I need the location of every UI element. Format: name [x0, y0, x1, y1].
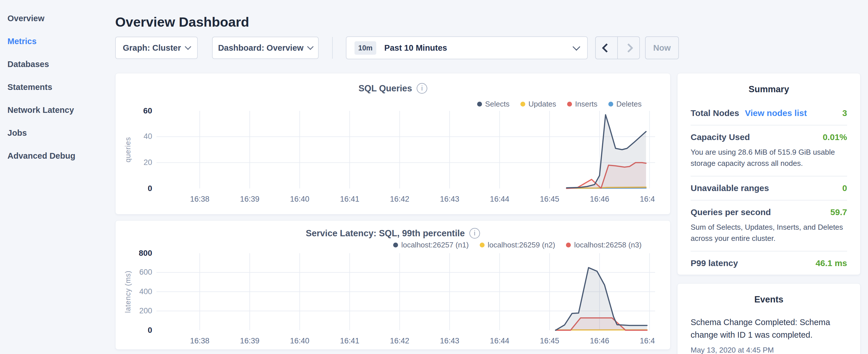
dashboard-dropdown[interactable]: Dashboard: Overview: [212, 37, 319, 59]
summary-value: 0: [842, 183, 847, 193]
chevron-down-icon: [185, 43, 191, 50]
chart-header: SQL Queries: [116, 83, 670, 94]
svg-text:16:45: 16:45: [540, 195, 559, 203]
svg-text:16:42: 16:42: [390, 336, 409, 345]
summary-row: Queries per second59.7Sum of Selects, Up…: [691, 200, 847, 252]
summary-title: Summary: [677, 84, 860, 95]
legend-dot: [608, 102, 613, 106]
svg-text:16:41: 16:41: [340, 195, 359, 203]
svg-text:16:39: 16:39: [240, 195, 260, 203]
summary-rows: Total NodesView nodes list3Capacity Used…: [677, 101, 860, 275]
legend-item: localhost:26257 (n1): [393, 240, 469, 250]
y-axis-tick: 0: [131, 184, 152, 193]
chevron-right-icon: [624, 43, 633, 53]
time-step-forward-button: [617, 37, 639, 59]
event-timestamp: May 13, 2020 at 4:45 PM: [691, 346, 847, 354]
svg-text:16:43: 16:43: [440, 336, 459, 345]
legend-label: localhost:26257 (n1): [401, 240, 469, 250]
info-icon[interactable]: [469, 228, 480, 238]
chart-plot-area[interactable]: 16:3816:3916:4016:4116:4216:4316:4416:45…: [156, 111, 655, 206]
events-panel: Events Schema Change Completed: Schema c…: [677, 283, 861, 354]
svg-text:16:47: 16:47: [640, 195, 655, 203]
legend-dot: [520, 102, 525, 106]
svg-text:16:43: 16:43: [440, 195, 459, 203]
y-axis-tick: 0: [131, 326, 152, 335]
svg-text:16:46: 16:46: [590, 195, 609, 203]
chart-legend: SelectsUpdatesInsertsDeletes: [477, 100, 642, 108]
sidebar-item-advanced-debug[interactable]: Advanced Debug: [0, 144, 115, 167]
y-axis-tick: 200: [131, 307, 152, 315]
y-axis-tick: 800: [131, 249, 152, 258]
legend-dot: [567, 102, 572, 106]
now-button: Now: [645, 36, 679, 59]
sidebar-item-databases[interactable]: Databases: [0, 53, 115, 75]
svg-text:16:44: 16:44: [490, 336, 509, 345]
sidebar-item-statements[interactable]: Statements: [0, 75, 115, 99]
chevron-down-icon: [307, 43, 314, 50]
sidebar-item-metrics[interactable]: Metrics: [0, 30, 115, 53]
time-range-badge: 10m: [354, 41, 376, 55]
summary-row: Unavailable ranges0: [691, 176, 847, 200]
summary-label: Total Nodes: [691, 108, 739, 118]
controls-divider: [332, 37, 333, 59]
y-axis-tick: 40: [131, 132, 152, 141]
chevron-down-icon: [572, 43, 580, 51]
sidebar-item-overview[interactable]: Overview: [0, 7, 115, 30]
summary-label: P99 latency: [691, 258, 738, 268]
page-title: Overview Dashboard: [115, 14, 249, 30]
summary-row: Total NodesView nodes list3: [691, 101, 847, 125]
summary-value: 3: [842, 108, 847, 118]
svg-text:16:41: 16:41: [340, 336, 359, 345]
sidebar-item-network-latency[interactable]: Network Latency: [0, 99, 115, 122]
svg-text:16:38: 16:38: [190, 336, 210, 345]
service-latency-chart-panel: Service Latency: SQL, 99th percentile lo…: [115, 220, 671, 350]
sql-queries-chart-panel: SQL Queries SelectsUpdatesInsertsDeletes…: [115, 73, 671, 215]
event-text: Schema Change Completed: Schema change w…: [691, 316, 847, 341]
sidebar-item-jobs[interactable]: Jobs: [0, 122, 115, 144]
y-axis-tick: 60: [131, 106, 152, 116]
legend-dot: [480, 243, 485, 248]
summary-label: Unavailable ranges: [691, 183, 769, 193]
chart-header: Service Latency: SQL, 99th percentile: [116, 228, 670, 238]
svg-text:16:46: 16:46: [590, 336, 609, 345]
svg-text:16:47: 16:47: [640, 336, 655, 345]
time-step-back-button[interactable]: [596, 37, 617, 59]
chart-legend: localhost:26257 (n1)localhost:26259 (n2)…: [393, 240, 642, 250]
legend-item: localhost:26259 (n2): [480, 240, 555, 250]
y-axis-tick: 400: [131, 287, 152, 296]
summary-value: 59.7: [831, 207, 847, 217]
chart-plot-area[interactable]: 16:3816:3916:4016:4116:4216:4316:4416:45…: [156, 253, 655, 348]
svg-text:16:38: 16:38: [190, 195, 210, 203]
legend-item: Updates: [520, 100, 556, 108]
svg-text:16:45: 16:45: [540, 336, 559, 345]
svg-text:16:42: 16:42: [390, 195, 409, 203]
summary-value: 0.01%: [823, 132, 847, 142]
events-list: Schema Change Completed: Schema change w…: [677, 316, 860, 354]
legend-item: localhost:26258 (n3): [566, 240, 642, 250]
legend-item: Deletes: [608, 100, 642, 108]
legend-item: Inserts: [567, 100, 597, 108]
svg-text:16:40: 16:40: [290, 336, 309, 345]
legend-dot: [477, 102, 482, 106]
summary-value: 46.1 ms: [815, 258, 847, 268]
app-root: OverviewMetricsDatabasesStatementsNetwor…: [0, 0, 868, 354]
summary-description: Sum of Selects, Updates, Inserts, and De…: [691, 222, 847, 244]
time-range-label: Past 10 Minutes: [384, 43, 447, 53]
time-range-dropdown[interactable]: 10m Past 10 Minutes: [346, 36, 588, 59]
events-title: Events: [677, 294, 860, 305]
view-nodes-list-link[interactable]: View nodes list: [745, 108, 807, 118]
legend-dot: [393, 243, 398, 248]
graph-scope-dropdown[interactable]: Graph: Cluster: [115, 37, 198, 59]
legend-label: Selects: [485, 100, 509, 108]
svg-text:16:44: 16:44: [490, 195, 509, 203]
event-item[interactable]: Schema Change Completed: Schema change w…: [691, 316, 847, 354]
sidebar: OverviewMetricsDatabasesStatementsNetwor…: [0, 0, 115, 167]
y-axis-title: latency (ms): [124, 254, 132, 329]
svg-text:16:40: 16:40: [290, 195, 309, 203]
graph-scope-label: Graph: Cluster: [123, 43, 181, 53]
summary-description: You are using 28.6 MiB of 515.9 GiB usab…: [691, 147, 847, 169]
summary-label: Queries per second: [691, 207, 771, 217]
y-axis-tick: 600: [131, 268, 152, 277]
chart-title: SQL Queries: [359, 83, 412, 94]
info-icon[interactable]: [417, 83, 427, 94]
